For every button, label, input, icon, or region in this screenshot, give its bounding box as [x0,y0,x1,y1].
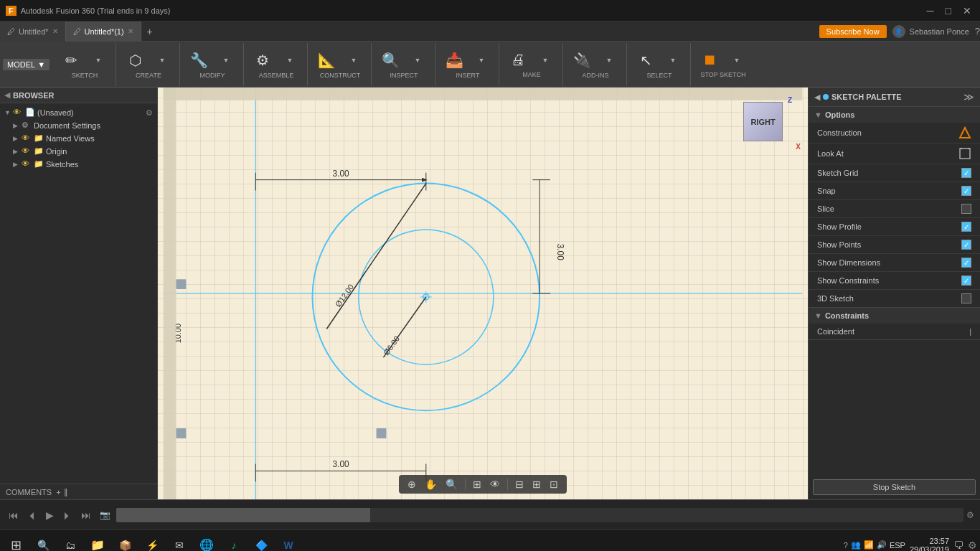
slice-checkbox[interactable] [961,204,971,214]
browser-toggle[interactable]: ◀ [4,90,10,100]
start-button[interactable]: ⊞ [3,532,29,552]
tree-item-origin[interactable]: ▶ 👁 📁 Origin [0,145,157,158]
file-explorer-button[interactable]: 📁 [85,532,110,552]
tray-network-icon[interactable]: 📶 [864,540,874,550]
tab-add-btn[interactable]: + [141,26,159,37]
create-dropdown[interactable]: ▼ [149,55,175,65]
pan-btn[interactable]: ✋ [422,477,440,491]
settings-icon-root[interactable]: ⚙ [146,108,153,118]
tab-untitled-1[interactable]: 🖊 Untitled*(1) ✕ [66,22,141,42]
thunderbird-button[interactable]: ⚡ [139,532,165,552]
sketch3d-checkbox[interactable] [961,293,971,303]
timeline-track[interactable] [116,508,963,522]
comments-collapse-btn[interactable]: ‖ [64,487,68,496]
insert-dropdown[interactable]: ▼ [468,55,494,65]
stop-sketch-button[interactable]: Stop Sketch [813,479,976,495]
orbit-btn[interactable]: ⊕ [405,477,419,491]
settings-taskbar-icon[interactable]: ⚙ [968,540,977,551]
make-btn[interactable]: 🖨 [505,50,531,70]
look-at-control[interactable] [958,147,971,160]
palette-collapse-btn[interactable]: ◀ [814,93,820,102]
tab-close-btn[interactable]: ✕ [52,27,58,35]
tree-item-named-views[interactable]: ▶ 👁 📁 Named Views [0,132,157,145]
tree-item-doc-settings[interactable]: ▶ ⚙ Document Settings [0,119,157,132]
insert-btn[interactable]: 📥 [441,50,467,70]
show-constraints-checkbox[interactable] [961,276,971,286]
constraints-section-header[interactable]: ▼ Constraints [809,308,980,324]
assemble-btn[interactable]: ⚙ [250,50,275,70]
chrome-button[interactable]: 🌐 [194,532,220,552]
fit-btn[interactable]: ⊞ [470,477,484,491]
show-dimensions-checkbox[interactable] [961,258,971,268]
snap-checkbox[interactable] [961,186,971,196]
sketch-btn[interactable]: ✏ [58,50,84,70]
language-indicator[interactable]: ESP [890,541,905,550]
construction-control[interactable] [958,126,971,139]
display-btn[interactable]: ⊞ [529,477,544,491]
tray-help-icon[interactable]: ? [844,541,848,550]
help-button[interactable]: ? [975,26,980,37]
modify-dropdown[interactable]: ▼ [213,55,239,65]
ctb-sep1 [465,479,466,490]
model-selector[interactable]: MODEL ▼ [3,59,50,70]
stop-sketch-dropdown[interactable]: ▼ [724,55,750,65]
timeline-next-btn[interactable]: ⏵ [60,508,75,522]
make-dropdown[interactable]: ▼ [532,55,558,65]
camera-btn[interactable]: 📷 [97,509,113,522]
maximize-btn[interactable]: □ [946,5,951,17]
tree-item-sketches[interactable]: ▶ 👁 📁 Sketches [0,158,157,171]
palette-row-look-at: Look At [809,143,980,164]
show-profile-checkbox[interactable] [961,222,971,232]
inspect-dropdown[interactable]: ▼ [405,55,430,65]
email-button[interactable]: ✉ [166,532,192,552]
show-points-checkbox[interactable] [961,240,971,250]
folder-icon-named: 📁 [34,133,44,143]
dropbox-button[interactable]: 📦 [112,532,138,552]
tab-close-active-btn[interactable]: ✕ [128,27,133,35]
palette-row-sketch-grid: Sketch Grid [809,164,980,182]
timeline-prev-btn[interactable]: ⏴ [24,508,40,522]
minimize-btn[interactable]: ─ [927,5,934,17]
sketch-dropdown[interactable]: ▼ [85,55,111,65]
select-btn[interactable]: ↖ [633,50,659,70]
tree-item-root[interactable]: ▼ 👁 📄 (Unsaved) ⚙ [0,106,157,119]
timeline-play-btn[interactable]: ▶ [43,508,57,522]
options-section-header[interactable]: ▼ Options [809,107,980,123]
canvas-area[interactable]: 3.00 3.00 Ø12.00 [158,88,808,499]
assemble-dropdown[interactable]: ▼ [277,55,303,65]
subscribe-button[interactable]: Subscribe Now [819,25,887,38]
modify-btn[interactable]: 🔧 [186,50,212,70]
tab-label-active: Untitled*(1) [85,27,124,36]
close-btn[interactable]: ✕ [963,5,971,17]
tray-volume-icon[interactable]: 🔊 [877,540,887,550]
zoom-btn[interactable]: 🔍 [443,477,461,491]
stop-sketch-toolbar-btn[interactable]: ⏹ [697,50,722,70]
view-btn[interactable]: 👁 [487,477,503,491]
addins-btn[interactable]: 🔌 [569,50,595,70]
grid-btn[interactable]: ⊟ [512,477,527,491]
comments-add-btn[interactable]: + [56,488,60,496]
timeline-settings-icon[interactable]: ⚙ [966,510,974,520]
spotify-button[interactable]: ♪ [221,532,247,552]
construct-dropdown[interactable]: ▼ [341,55,367,65]
search-taskbar-button[interactable]: 🔍 [30,532,56,552]
construct-btn[interactable]: 📐 [314,50,339,70]
fabris-button[interactable]: 🔷 [248,532,274,552]
word-button[interactable]: W [275,532,301,552]
spotify-icon: ♪ [232,540,237,551]
tab-untitled[interactable]: 🖊 Untitled* ✕ [0,22,66,42]
more-btn[interactable]: ⊡ [547,477,561,491]
view-cube[interactable]: RIGHT Z X [743,102,786,145]
select-dropdown[interactable]: ▼ [660,55,686,65]
tray-user-icon[interactable]: 👥 [851,540,861,550]
sketch-grid-checkbox[interactable] [961,168,971,178]
notification-icon[interactable]: 🗨 [953,540,963,551]
inspect-btn[interactable]: 🔍 [377,50,403,70]
create-btn[interactable]: ⬡ [122,50,148,70]
palette-expand-btn[interactable]: ≫ [963,91,974,103]
timeline-first-btn[interactable]: ⏮ [6,508,22,522]
svg-rect-26 [176,279,186,289]
task-view-button[interactable]: 🗂 [57,532,83,552]
timeline-last-btn[interactable]: ⏭ [78,508,94,522]
addins-dropdown[interactable]: ▼ [596,55,622,65]
